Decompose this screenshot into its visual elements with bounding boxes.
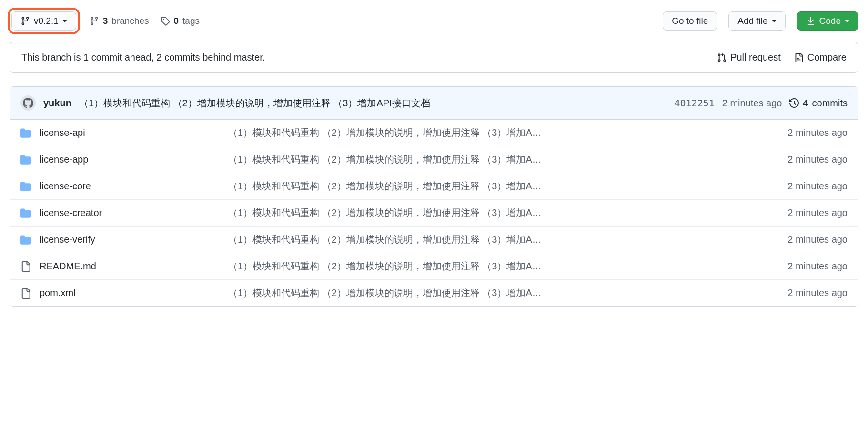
tags-label: tags	[182, 16, 200, 26]
repo-toolbar: v0.2.1 3 branches 0 tags Go to file Add …	[10, 10, 858, 32]
folder-icon	[20, 208, 31, 218]
file-commit-message[interactable]: （1）模块和代码重构 （2）增加模块的说明，增加使用注释 （3）增加A…	[228, 180, 754, 193]
file-name-link[interactable]: license-core	[40, 181, 91, 192]
file-commit-message[interactable]: （1）模块和代码重构 （2）增加模块的说明，增加使用注释 （3）增加A…	[228, 126, 754, 139]
tags-count: 0	[174, 16, 179, 26]
commit-time: 2 minutes ago	[722, 98, 782, 109]
file-name-link[interactable]: license-api	[40, 127, 85, 138]
folder-icon	[20, 235, 31, 245]
file-listing: yukun （1）模块和代码重构 （2）增加模块的说明，增加使用注释 （3）增加…	[10, 86, 858, 307]
file-diff-icon	[794, 53, 804, 62]
caret-down-icon	[772, 20, 777, 22]
history-icon	[789, 98, 799, 108]
compare-label: Compare	[807, 52, 847, 63]
code-label: Code	[819, 16, 841, 26]
go-to-file-button[interactable]: Go to file	[663, 11, 717, 31]
file-commit-time: 2 minutes ago	[762, 207, 848, 218]
folder-icon	[20, 128, 31, 138]
file-name-link[interactable]: license-app	[40, 154, 88, 165]
branch-select-button[interactable]: v0.2.1	[11, 11, 76, 31]
file-commit-time: 2 minutes ago	[762, 181, 848, 192]
add-file-button[interactable]: Add file	[728, 11, 785, 31]
branches-count: 3	[103, 16, 108, 26]
commits-link[interactable]: 4 commits	[789, 98, 848, 109]
file-commit-time: 2 minutes ago	[762, 154, 848, 165]
pull-request-label: Pull request	[730, 52, 781, 63]
file-row: license-verify（1）模块和代码重构 （2）增加模块的说明，增加使用…	[10, 227, 858, 253]
file-name-link[interactable]: README.md	[40, 261, 96, 272]
commit-sha[interactable]: 4012251	[674, 97, 714, 109]
branches-link[interactable]: 3 branches	[90, 16, 149, 26]
avatar[interactable]	[20, 95, 36, 111]
branch-comparison-banner: This branch is 1 commit ahead, 2 commits…	[10, 42, 858, 73]
caret-down-icon	[62, 20, 67, 22]
folder-icon	[20, 181, 31, 192]
file-row: license-api（1）模块和代码重构 （2）增加模块的说明，增加使用注释 …	[10, 120, 858, 146]
tag-icon	[161, 16, 170, 26]
file-commit-time: 2 minutes ago	[762, 261, 848, 272]
file-row: license-creator（1）模块和代码重构 （2）增加模块的说明，增加使…	[10, 200, 858, 227]
file-commit-time: 2 minutes ago	[762, 288, 848, 299]
latest-commit-header: yukun （1）模块和代码重构 （2）增加模块的说明，增加使用注释 （3）增加…	[10, 87, 858, 120]
commit-author[interactable]: yukun	[43, 98, 71, 109]
commits-count: 4	[803, 98, 808, 109]
file-commit-message[interactable]: （1）模块和代码重构 （2）增加模块的说明，增加使用注释 （3）增加A…	[228, 287, 754, 299]
file-row: README.md（1）模块和代码重构 （2）增加模块的说明，增加使用注释 （3…	[10, 253, 858, 280]
file-commit-time: 2 minutes ago	[762, 127, 848, 138]
add-file-label: Add file	[737, 16, 767, 26]
file-row: pom.xml（1）模块和代码重构 （2）增加模块的说明，增加使用注释 （3）增…	[10, 280, 858, 306]
pull-request-link[interactable]: Pull request	[717, 52, 781, 63]
file-commit-message[interactable]: （1）模块和代码重构 （2）增加模块的说明，增加使用注释 （3）增加A…	[228, 233, 754, 246]
file-commit-message[interactable]: （1）模块和代码重构 （2）增加模块的说明，增加使用注释 （3）增加A…	[228, 206, 754, 219]
commit-message[interactable]: （1）模块和代码重构 （2）增加模块的说明，增加使用注释 （3）增加API接口文…	[79, 97, 667, 110]
git-branch-icon	[90, 16, 99, 26]
caret-down-icon	[845, 20, 849, 22]
branches-label: branches	[111, 16, 149, 26]
branch-name: v0.2.1	[34, 16, 59, 26]
file-commit-time: 2 minutes ago	[762, 234, 848, 245]
tags-link[interactable]: 0 tags	[161, 16, 200, 26]
compare-link[interactable]: Compare	[794, 52, 847, 63]
branch-status-text: This branch is 1 commit ahead, 2 commits…	[21, 52, 265, 63]
git-branch-icon	[20, 16, 30, 26]
file-row: license-app（1）模块和代码重构 （2）增加模块的说明，增加使用注释 …	[10, 146, 858, 173]
download-icon	[806, 16, 816, 26]
file-icon	[20, 288, 31, 299]
file-row: license-core（1）模块和代码重构 （2）增加模块的说明，增加使用注释…	[10, 173, 858, 200]
git-pull-request-icon	[717, 53, 727, 62]
folder-icon	[20, 155, 31, 165]
file-commit-message[interactable]: （1）模块和代码重构 （2）增加模块的说明，增加使用注释 （3）增加A…	[228, 260, 754, 273]
code-button[interactable]: Code	[797, 11, 858, 31]
file-icon	[20, 261, 31, 272]
commits-label: commits	[812, 98, 848, 109]
github-logo-icon	[23, 98, 33, 108]
file-commit-message[interactable]: （1）模块和代码重构 （2）增加模块的说明，增加使用注释 （3）增加A…	[228, 153, 754, 166]
file-name-link[interactable]: license-verify	[40, 234, 95, 245]
file-name-link[interactable]: pom.xml	[40, 288, 76, 299]
file-name-link[interactable]: license-creator	[40, 207, 102, 218]
